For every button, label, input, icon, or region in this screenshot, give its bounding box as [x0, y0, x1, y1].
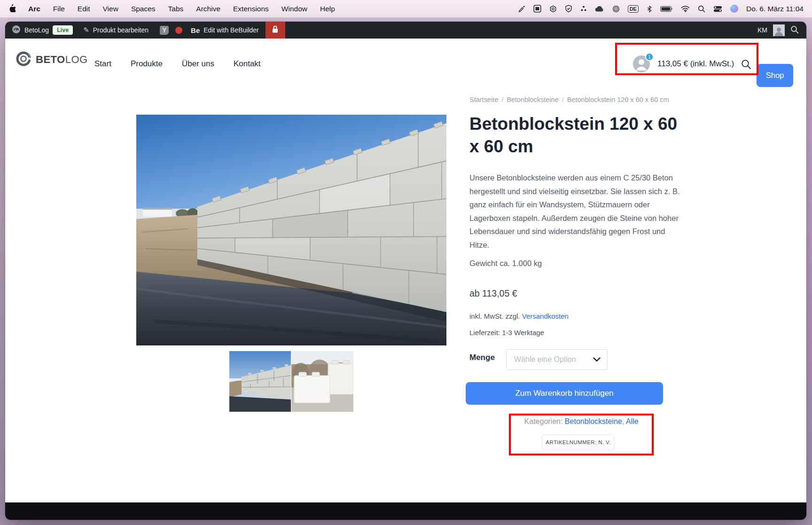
seo-status-dot [175, 27, 182, 34]
menu-item-edit[interactable]: Edit [78, 5, 90, 13]
breadcrumb: Startseite/Betonblocksteine/Betonblockst… [469, 96, 669, 103]
cart-total: 113,05 € (inkl. MwSt.) [657, 59, 734, 69]
menu-item-file[interactable]: File [53, 5, 65, 13]
nav-produkte[interactable]: Produkte [131, 59, 163, 69]
siri-icon[interactable] [730, 5, 738, 13]
menu-item-help[interactable]: Help [320, 5, 335, 13]
breadcrumb-startseite[interactable]: Startseite [469, 96, 498, 103]
menu-item-tabs[interactable]: Tabs [168, 5, 184, 13]
quantity-select[interactable]: Wähle eine Option [506, 349, 608, 370]
cloud-icon[interactable] [595, 6, 604, 12]
site-header: BETOLOG Start Produkte Über uns Kontakt … [5, 39, 806, 89]
pen-tool-icon[interactable] [518, 5, 525, 13]
keyboard-layout-badge[interactable]: DE [628, 5, 639, 13]
wp-admin-bar: BetoLog Live ✎ Produkt bearbeiten Y Be E… [5, 22, 806, 39]
bebuilder-edit-link[interactable]: Be Edit with BeBuilder [191, 26, 259, 34]
fingerprint-icon[interactable] [612, 5, 620, 13]
category-separator: , [622, 417, 626, 425]
category-link-betonblocksteine[interactable]: Betonblocksteine [565, 417, 622, 425]
menu-item-spaces[interactable]: Spaces [131, 5, 156, 13]
dots-icon[interactable] [580, 5, 587, 12]
quantity-placeholder: Wähle eine Option [514, 355, 593, 364]
product-categories: Kategorien: Betonblocksteine, Alle [509, 417, 654, 426]
bluetooth-icon[interactable] [647, 5, 652, 13]
site-gauge-icon [12, 25, 21, 35]
browser-window: BetoLog Live ✎ Produkt bearbeiten Y Be E… [5, 22, 806, 520]
add-to-cart-button[interactable]: Zum Warenkorb hinzufügen [466, 382, 663, 405]
spotlight-icon[interactable] [698, 5, 705, 13]
wp-site-menu[interactable]: BetoLog Live [12, 25, 73, 35]
sku-badge: ARTIKELNUMMER: N. V. [542, 434, 615, 450]
product-description: Unsere Betonblocksteine werden aus einem… [469, 171, 682, 251]
admin-search-icon[interactable] [790, 25, 799, 35]
nav-kontakt[interactable]: Kontakt [234, 59, 261, 69]
product-title: Betonblockstein 120 x 60 x 60 cm [469, 113, 685, 158]
logo-text-bold: BETO [36, 54, 65, 65]
site-footer [5, 502, 806, 520]
wifi-icon[interactable] [681, 6, 690, 12]
cart-widget[interactable]: 1 113,05 € (inkl. MwSt.) [633, 39, 734, 89]
main-nav: Start Produkte Über uns Kontakt [94, 39, 261, 89]
macos-menu-bar: Arc File Edit View Spaces Tabs Archive E… [0, 0, 812, 17]
breadcrumb-current: Betonblockstein 120 x 60 x 60 cm [567, 96, 669, 103]
breadcrumb-separator: / [562, 96, 564, 103]
yoast-seo-menu[interactable]: Y [160, 26, 182, 35]
menu-item-extensions[interactable]: Extensions [233, 5, 269, 13]
product-price: ab 113,05 € [469, 288, 517, 299]
betolog-logo-icon [16, 51, 31, 69]
edit-product-link[interactable]: ✎ Produkt bearbeiten [83, 26, 148, 34]
menu-bar-clock[interactable]: Do. 6. März 11:04 [746, 5, 804, 13]
product-weight: Gewicht ca. 1.000 kg [469, 259, 542, 268]
menu-item-window[interactable]: Window [281, 5, 307, 13]
lock-icon [272, 25, 279, 35]
shipping-costs-link[interactable]: Versandkosten [522, 312, 569, 320]
site-logo[interactable]: BETOLOG [16, 51, 88, 69]
site-search-icon[interactable] [741, 59, 751, 71]
yoast-icon: Y [160, 26, 169, 35]
openai-icon[interactable] [549, 5, 557, 13]
shield-check-icon[interactable] [565, 5, 572, 13]
breadcrumb-separator: / [501, 96, 503, 103]
delivery-time: Lieferzeit: 1-3 Werktage [469, 329, 544, 337]
control-center-icon[interactable] [713, 6, 722, 12]
nav-ueber-uns[interactable]: Über uns [182, 59, 214, 69]
breadcrumb-betonblocksteine[interactable]: Betonblocksteine [507, 96, 558, 103]
product-thumbnail-1[interactable] [229, 351, 291, 412]
shop-button[interactable]: Shop [757, 64, 793, 87]
bebuilder-icon: Be [191, 26, 200, 34]
cart-icon[interactable]: 1 [633, 55, 650, 72]
category-link-alle[interactable]: Alle [626, 417, 639, 425]
product-thumbnail-2[interactable] [291, 351, 353, 412]
categories-label: Kategorien: [524, 417, 563, 425]
menu-item-view[interactable]: View [103, 5, 118, 13]
lock-button[interactable] [265, 22, 285, 39]
admin-avatar[interactable] [773, 24, 785, 36]
tax-note: inkl. MwSt. zzgl. Versandkosten [469, 312, 569, 320]
translate-icon[interactable] [533, 5, 541, 13]
pencil-icon: ✎ [83, 26, 89, 34]
chevron-down-icon [593, 355, 601, 364]
menu-item-arc[interactable]: Arc [28, 5, 40, 13]
battery-icon[interactable] [660, 6, 673, 12]
product-main-image[interactable] [136, 115, 446, 345]
menu-item-archive[interactable]: Archive [196, 5, 220, 13]
nav-start[interactable]: Start [94, 59, 111, 69]
apple-icon[interactable] [8, 4, 16, 14]
quantity-label: Menge [469, 353, 495, 362]
logo-text-light: LOG [65, 54, 88, 65]
live-badge: Live [53, 25, 73, 35]
cart-count-badge: 1 [645, 53, 654, 61]
admin-user-initials[interactable]: KM [757, 26, 767, 34]
